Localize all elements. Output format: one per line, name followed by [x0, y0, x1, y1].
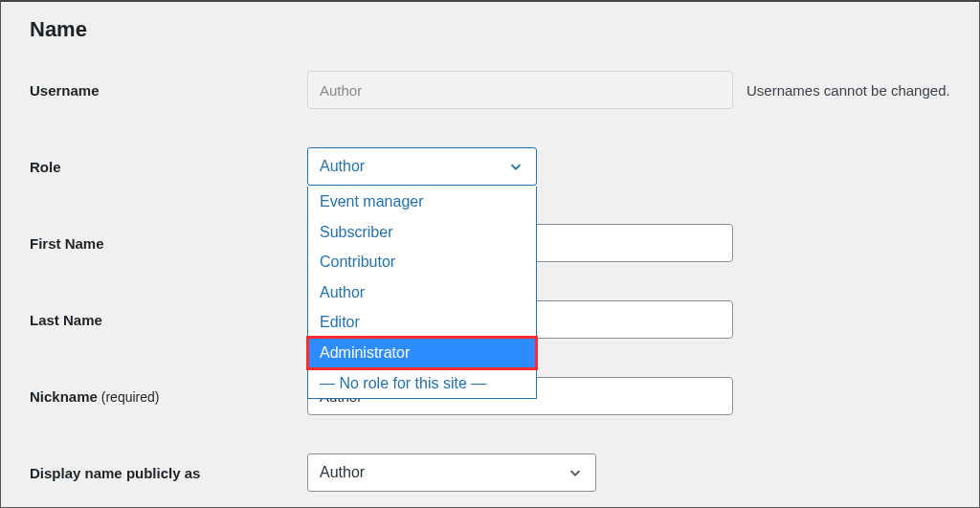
role-select[interactable]: Author Event manager Subscriber Contribu…: [307, 147, 537, 186]
chevron-down-icon: [507, 158, 524, 175]
label-first-name: First Name: [30, 235, 307, 252]
display-name-select-value: Author: [320, 464, 365, 481]
display-name-select[interactable]: Author: [307, 453, 596, 492]
username-input: [307, 71, 733, 109]
row-role: Role Author Event manager Subscriber Con…: [30, 147, 950, 186]
row-display-name: Display name publicly as Author: [30, 453, 950, 492]
role-option-author[interactable]: Author: [308, 277, 536, 308]
chevron-down-icon: [567, 464, 584, 481]
label-role: Role: [30, 159, 307, 175]
username-hint: Usernames cannot be changed.: [733, 82, 950, 99]
label-display-name: Display name publicly as: [30, 465, 307, 481]
role-dropdown: Event manager Subscriber Contributor Aut…: [307, 187, 537, 399]
role-select-value: Author: [320, 158, 365, 175]
label-username: Username: [30, 82, 307, 99]
role-option-administrator[interactable]: Administrator: [308, 338, 536, 368]
section-title-name: Name: [30, 17, 950, 42]
role-option-no-role[interactable]: — No role for this site —: [308, 368, 536, 399]
row-username: Username Usernames cannot be changed.: [30, 71, 950, 109]
role-option-subscriber[interactable]: Subscriber: [308, 217, 536, 248]
label-last-name: Last Name: [30, 312, 307, 328]
role-option-contributor[interactable]: Contributor: [308, 247, 536, 277]
role-option-event-manager[interactable]: Event manager: [308, 187, 536, 217]
role-option-editor[interactable]: Editor: [308, 307, 536, 338]
label-nickname: Nickname (required): [30, 388, 307, 405]
nickname-required-note: (required): [98, 389, 160, 405]
